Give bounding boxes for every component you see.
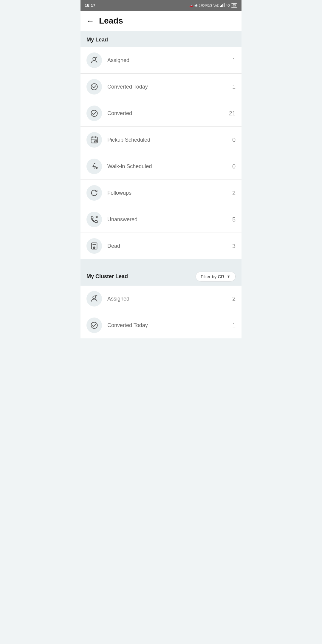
svg-rect-4 xyxy=(224,3,225,7)
unanswered-icon-circle xyxy=(86,212,102,227)
cluster-assigned-icon-circle xyxy=(86,291,102,306)
dead-count: 3 xyxy=(227,243,236,250)
network-type: 4G xyxy=(226,4,230,7)
cluster-lead-section-header: My Cluster Lead Filter by CR ▼ xyxy=(80,266,242,286)
status-time: 16:17 xyxy=(85,3,95,8)
cluster-converted-today-icon-circle xyxy=(86,318,102,333)
back-button[interactable]: ← xyxy=(86,17,94,25)
walkin-scheduled-count: 0 xyxy=(227,163,236,170)
list-item[interactable]: Converted Today 1 xyxy=(80,74,242,100)
list-item[interactable]: Converted Today 1 xyxy=(80,312,242,338)
list-item[interactable]: Walk-in Scheduled 0 xyxy=(80,153,242,180)
page-title: Leads xyxy=(99,16,123,26)
car-icon: 🚗 xyxy=(189,4,193,7)
svg-rect-2 xyxy=(221,5,222,7)
assigned-label: Assigned xyxy=(107,57,227,64)
followups-label: Followups xyxy=(107,190,227,196)
list-item[interactable]: Assigned 2 xyxy=(80,286,242,312)
cluster-lead-title: My Cluster Lead xyxy=(86,273,128,280)
followups-icon-circle xyxy=(86,185,102,201)
svg-point-13 xyxy=(94,163,95,164)
my-lead-title: My Lead xyxy=(86,37,108,43)
cloud-icon: ☁️ xyxy=(194,4,198,7)
svg-point-5 xyxy=(93,58,95,60)
filter-label: Filter by CR xyxy=(201,274,224,279)
svg-rect-1 xyxy=(220,6,221,7)
unanswered-count: 5 xyxy=(227,216,236,223)
svg-point-24 xyxy=(93,296,95,299)
cluster-converted-today-label: Converted Today xyxy=(107,322,227,329)
converted-today-icon-circle xyxy=(86,79,102,95)
svg-point-6 xyxy=(91,84,97,90)
filter-by-cr-button[interactable]: Filter by CR ▼ xyxy=(196,272,236,281)
converted-today-count: 1 xyxy=(227,83,236,90)
dead-label: Dead xyxy=(107,243,227,249)
svg-point-25 xyxy=(91,322,97,329)
walkin-scheduled-label: Walk-in Scheduled xyxy=(107,163,227,170)
list-item[interactable]: Unanswered 5 xyxy=(80,206,242,233)
unanswered-label: Unanswered xyxy=(107,216,227,223)
cluster-lead-list: Assigned 2 Converted Today 1 xyxy=(80,286,242,338)
followups-count: 2 xyxy=(227,190,236,196)
pickup-scheduled-icon-circle xyxy=(86,132,102,148)
chevron-down-icon: ▼ xyxy=(227,274,230,279)
list-item[interactable]: Followups 2 xyxy=(80,180,242,206)
assigned-count: 1 xyxy=(227,57,236,64)
list-item[interactable]: Pickup Scheduled 0 xyxy=(80,127,242,153)
network-speed: 8.00 KB/S xyxy=(199,4,212,7)
list-item[interactable]: Converted 21 xyxy=(80,100,242,127)
svg-text:VoLTE: VoLTE xyxy=(213,4,219,7)
signal-bars-icon xyxy=(220,3,225,8)
assigned-icon-circle xyxy=(86,52,102,68)
section-spacer xyxy=(80,259,242,266)
list-item[interactable]: Assigned 1 xyxy=(80,47,242,74)
cluster-converted-today-count: 1 xyxy=(227,322,236,329)
dead-icon-circle xyxy=(86,238,102,254)
pickup-scheduled-count: 0 xyxy=(227,137,236,143)
svg-rect-3 xyxy=(222,4,223,7)
my-lead-section-header: My Lead xyxy=(80,31,242,47)
header: ← Leads xyxy=(80,11,242,31)
converted-today-label: Converted Today xyxy=(107,84,227,90)
battery-icon: 49 xyxy=(231,3,237,8)
list-item[interactable]: Dead 3 xyxy=(80,233,242,259)
converted-count: 21 xyxy=(227,110,236,117)
cluster-assigned-label: Assigned xyxy=(107,296,227,302)
my-lead-list: Assigned 1 Converted Today 1 Converted 2… xyxy=(80,47,242,259)
status-bar: 16:17 🚗 ☁️ 8.00 KB/S VoLTE 4G 49 xyxy=(80,0,242,11)
volte-icon: VoLTE xyxy=(213,3,219,8)
svg-point-7 xyxy=(91,110,97,117)
status-icons: 🚗 ☁️ 8.00 KB/S VoLTE 4G 49 xyxy=(189,3,238,8)
cluster-assigned-count: 2 xyxy=(227,295,236,302)
converted-label: Converted xyxy=(107,110,227,117)
pickup-scheduled-label: Pickup Scheduled xyxy=(107,137,227,143)
walkin-icon-circle xyxy=(86,159,102,174)
converted-icon-circle xyxy=(86,106,102,121)
